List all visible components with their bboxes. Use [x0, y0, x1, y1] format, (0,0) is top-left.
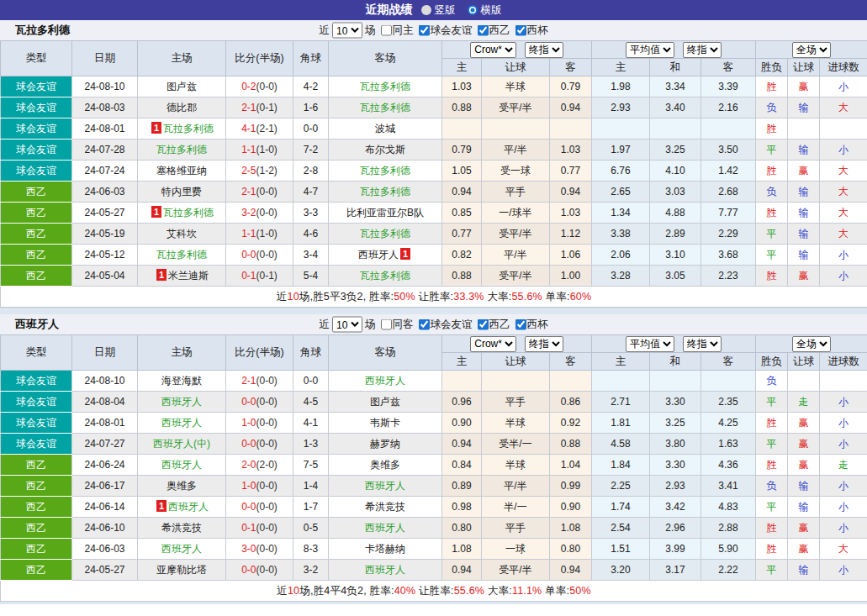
same-venue-filter[interactable]: 同主 — [376, 24, 414, 38]
same-venue-checkbox[interactable] — [381, 319, 392, 330]
competition-filter-cup[interactable]: 西杯 — [510, 24, 548, 38]
score: 0-2(0-0) — [226, 76, 293, 97]
handicap-line: 受平/半 — [482, 266, 550, 287]
outcome-result: 平 — [756, 224, 788, 245]
home-eu-odds: 2.25 — [592, 476, 650, 497]
summary-text: 场,胜5平3负2, 胜率: — [299, 291, 394, 303]
radio-horizontal-layout[interactable]: 横版 — [468, 3, 502, 18]
corner-score: 3-2 — [293, 560, 329, 581]
radio-horizontal-label: 横版 — [481, 3, 502, 18]
goals-result: 小 — [820, 518, 867, 539]
match-row: 西乙24-05-12瓦拉多利德0-0(0-0)3-4西班牙人10.82平/半1.… — [1, 245, 867, 266]
fulltime-score: 0-1 — [241, 522, 256, 534]
outcome-result: 胜 — [756, 539, 788, 560]
final-odds-select[interactable]: 终指 — [525, 42, 563, 58]
radio-icon[interactable] — [468, 5, 478, 15]
score: 2-0(2-0) — [226, 455, 293, 476]
draw-eu-odds: 3.34 — [650, 76, 701, 97]
match-row: 球会友谊24-08-011瓦拉多利德4-1(2-1)0-0波城胜 — [1, 118, 867, 140]
match-date: 24-06-14 — [72, 497, 138, 518]
subcol-handicap: 让球 — [482, 59, 550, 76]
scope-select[interactable]: 全场 — [792, 336, 831, 352]
average-odds-select[interactable]: 平均值 — [626, 336, 674, 352]
competition-filter-friendly[interactable]: 球会友谊 — [414, 318, 473, 332]
draw-eu-odds: 3.03 — [650, 182, 701, 203]
cup-checkbox[interactable] — [515, 25, 526, 36]
score: 1-1(1-0) — [226, 224, 293, 245]
home-eu-odds: 1.34 — [592, 203, 650, 224]
match-date: 24-05-27 — [72, 203, 138, 224]
col-score: 比分(半场) — [226, 335, 293, 371]
fulltime-score: 0-0 — [241, 564, 256, 576]
competition-type: 球会友谊 — [1, 434, 72, 455]
neutral-badge: 1 — [151, 206, 161, 218]
col-date: 日期 — [72, 41, 138, 76]
team-label: 瓦拉多利德 — [156, 144, 207, 155]
team-label: 卡塔赫纳 — [365, 543, 405, 555]
goals-result: 小 — [820, 476, 867, 497]
handicap-result: 输 — [788, 497, 820, 518]
handicap-line: 一球 — [482, 539, 550, 560]
summary-text: 大率: — [484, 585, 512, 597]
competition-type: 西乙 — [1, 203, 72, 224]
competition-filter-cup[interactable]: 西杯 — [510, 318, 548, 332]
home-team: 西班牙人 — [138, 392, 226, 413]
final-odds-select[interactable]: 终指 — [525, 336, 563, 352]
fulltime-score: 1-0 — [241, 480, 256, 492]
score: 0-1(0-0) — [226, 518, 293, 539]
bookmaker-select[interactable]: Crow* — [470, 42, 516, 58]
halftime-score: (1-0) — [256, 144, 278, 155]
halftime-score: (0-0) — [256, 543, 278, 555]
friendly-checkbox[interactable] — [419, 25, 430, 36]
away-odds: 0.99 — [550, 476, 592, 497]
friendly-checkbox[interactable] — [419, 319, 430, 330]
league-checkbox[interactable] — [478, 319, 489, 330]
match-date: 24-06-03 — [72, 182, 138, 203]
home-eu-odds: 1.84 — [592, 455, 650, 476]
outcome-result: 平 — [756, 560, 788, 581]
score: 2-1(0-0) — [226, 182, 293, 203]
team-label: 赫罗纳 — [370, 438, 400, 450]
cup-checkbox[interactable] — [515, 319, 526, 330]
radio-vertical-layout[interactable]: 竖版 — [421, 3, 456, 18]
away-team: 瓦拉多利德 — [329, 76, 442, 97]
subcol-away-eu: 客 — [701, 59, 756, 76]
halftime-score: (0-0) — [256, 186, 278, 197]
handicap-line: 半球 — [482, 76, 550, 97]
outcome-result: 胜 — [756, 76, 788, 97]
bookmaker-select[interactable]: Crow* — [470, 336, 516, 352]
radio-icon[interactable] — [421, 5, 431, 15]
match-count-select[interactable]: 10 — [332, 23, 362, 39]
league-checkbox[interactable] — [478, 25, 489, 36]
away-team: 卡塔赫纳 — [329, 539, 442, 560]
match-date: 24-08-01 — [72, 118, 138, 140]
away-team: 瓦拉多利德 — [329, 161, 442, 182]
halftime-score: (2-1) — [256, 123, 278, 134]
home-eu-odds: 2.06 — [592, 245, 650, 266]
team-label: 瓦拉多利德 — [360, 270, 410, 282]
average-odds-select[interactable]: 平均值 — [626, 42, 674, 58]
competition-filter-friendly[interactable]: 球会友谊 — [414, 24, 473, 38]
same-venue-checkbox[interactable] — [381, 25, 392, 36]
match-row: 球会友谊24-07-27西班牙人(中)0-0(0-0)1-3赫罗纳0.94受半/… — [1, 434, 867, 455]
away-team: 希洪竞技 — [329, 497, 442, 518]
competition-filter-league[interactable]: 西乙 — [473, 318, 510, 332]
final-odds-select[interactable]: 终指 — [683, 336, 722, 352]
draw-eu-odds: 3.05 — [650, 266, 701, 287]
col-score: 比分(半场) — [226, 41, 293, 76]
match-count-select[interactable]: 10 — [332, 317, 362, 333]
same-venue-filter[interactable]: 同客 — [376, 318, 414, 332]
home-eu-odds: 3.20 — [592, 560, 650, 581]
final-odds-select[interactable]: 终指 — [683, 42, 722, 58]
scope-select[interactable]: 全场 — [792, 42, 831, 58]
header-group-row: 类型 日期 主场 比分(半场) 角球 客场 Crow* 终指 平均值 终指 全场 — [1, 335, 867, 353]
away-eu-odds: 4.25 — [701, 413, 756, 434]
team-label: 图卢兹 — [370, 396, 400, 408]
summary-stat-value: 55.6% — [454, 585, 484, 597]
home-team: 西班牙人(中) — [138, 434, 226, 455]
competition-filter-league[interactable]: 西乙 — [473, 24, 510, 38]
section-divider — [0, 308, 867, 314]
team-label: 瓦拉多利德 — [360, 186, 410, 197]
handicap-result: 赢 — [788, 76, 820, 97]
home-team: 希洪竞技 — [138, 518, 226, 539]
